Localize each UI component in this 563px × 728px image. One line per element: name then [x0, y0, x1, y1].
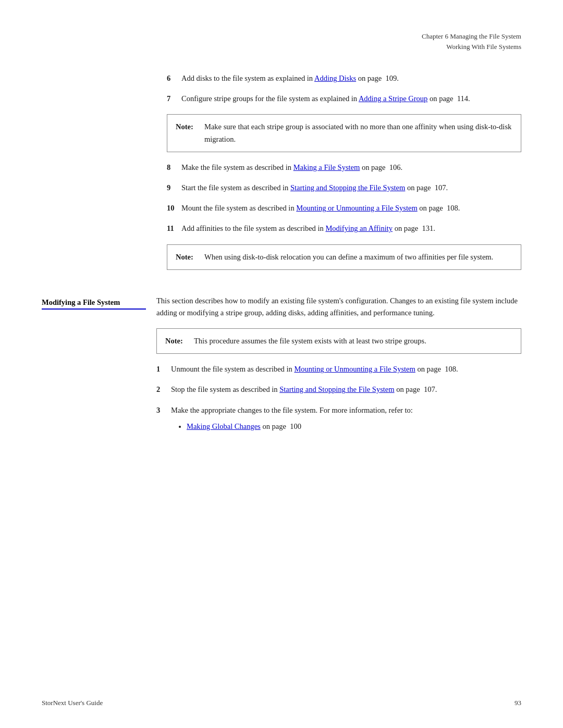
top-main-content: 6 Add disks to the file system as explai…	[156, 72, 521, 279]
page-container: Chapter 6 Managing the File System Worki…	[0, 0, 563, 728]
page-header: Chapter 6 Managing the File System Worki…	[0, 31, 563, 52]
list-item-9: 9 Start the file system as described in …	[167, 182, 521, 194]
section-heading-container: Modifying a File System	[42, 295, 156, 444]
note-box-2: Note: When using disk-to-disk relocation…	[167, 244, 521, 270]
list-item-3: 3 Make the appropriate changes to the fi…	[156, 404, 521, 436]
section-description-container: This section describes how to modify an …	[156, 295, 521, 444]
starting-stopping-link-1[interactable]: Starting and Stopping the File System	[290, 183, 405, 192]
adding-disks-link[interactable]: Adding Disks	[314, 74, 356, 82]
modifying-affinity-link[interactable]: Modifying an Affinity	[325, 224, 393, 232]
item-text-b3: Make the appropriate changes to the file…	[171, 404, 521, 436]
section-modifying: Modifying a File System This section des…	[0, 279, 563, 444]
making-file-system-link[interactable]: Making a File System	[293, 163, 360, 171]
note-text-1: Make sure that each stripe group is asso…	[204, 121, 512, 145]
note-label-2: Note:	[176, 251, 204, 263]
footer-left: StorNext User's Guide	[42, 699, 103, 707]
mounting-unmounting-link-1[interactable]: Mounting or Unmounting a File System	[296, 204, 417, 212]
item-number-b2: 2	[156, 384, 171, 396]
header-line1: Chapter 6 Managing the File System	[0, 31, 521, 42]
footer-right: 93	[515, 699, 521, 707]
starting-stopping-link-2[interactable]: Starting and Stopping the File System	[279, 385, 394, 393]
note-box-3: Note: This procedure assumes the file sy…	[156, 328, 521, 354]
list-item-1: 1 Unmount the file system as described i…	[156, 363, 521, 375]
list-item-making-global: Making Global Changes on page 100	[187, 421, 521, 433]
page-footer: StorNext User's Guide 93	[0, 699, 563, 707]
item-number-b3: 3	[156, 404, 171, 436]
note-label-3: Note:	[165, 335, 194, 347]
list-item-8: 8 Make the file system as described in M…	[167, 162, 521, 174]
item-text-11: Add affinities to the file system as des…	[181, 223, 521, 235]
item-text-6: Add disks to the file system as explaine…	[181, 72, 521, 84]
item-number-9: 9	[167, 182, 181, 194]
making-global-changes-link[interactable]: Making Global Changes	[187, 422, 261, 430]
note-box-1: Note: Make sure that each stripe group i…	[167, 114, 521, 152]
list-item-11: 11 Add affinities to the file system as …	[167, 223, 521, 235]
note-text-2: When using disk-to-disk relocation you c…	[204, 251, 512, 263]
list-item-7: 7 Configure stripe groups for the file s…	[167, 93, 521, 105]
list-item-6: 6 Add disks to the file system as explai…	[167, 72, 521, 84]
section-description: This section describes how to modify an …	[156, 295, 521, 319]
item-number-8: 8	[167, 162, 181, 174]
bullet-list: Making Global Changes on page 100	[171, 421, 521, 433]
item-text-9: Start the file system as described in St…	[181, 182, 521, 194]
top-content-area: 6 Add disks to the file system as explai…	[0, 72, 563, 279]
modifying-file-system-heading: Modifying a File System	[42, 298, 146, 310]
mounting-unmounting-link-2[interactable]: Mounting or Unmounting a File System	[294, 365, 415, 373]
item-number-6: 6	[167, 72, 181, 84]
item-text-b2: Stop the file system as described in Sta…	[171, 384, 521, 396]
list-item-2: 2 Stop the file system as described in S…	[156, 384, 521, 396]
item-number-b1: 1	[156, 363, 171, 375]
item-number-10: 10	[167, 202, 181, 214]
top-left-sidebar	[42, 72, 156, 279]
item-number-11: 11	[167, 223, 181, 235]
header-line2: Working With File Systems	[0, 42, 521, 52]
item-text-8: Make the file system as described in Mak…	[181, 162, 521, 174]
adding-stripe-group-link[interactable]: Adding a Stripe Group	[359, 94, 428, 103]
item-text-b1: Unmount the file system as described in …	[171, 363, 521, 375]
item-text-10: Mount the file system as described in Mo…	[181, 202, 521, 214]
item-number-7: 7	[167, 93, 181, 105]
note-text-3: This procedure assumes the file system e…	[194, 335, 512, 347]
item-text-7: Configure stripe groups for the file sys…	[181, 93, 521, 105]
list-item-10: 10 Mount the file system as described in…	[167, 202, 521, 214]
note-label-1: Note:	[176, 121, 204, 133]
